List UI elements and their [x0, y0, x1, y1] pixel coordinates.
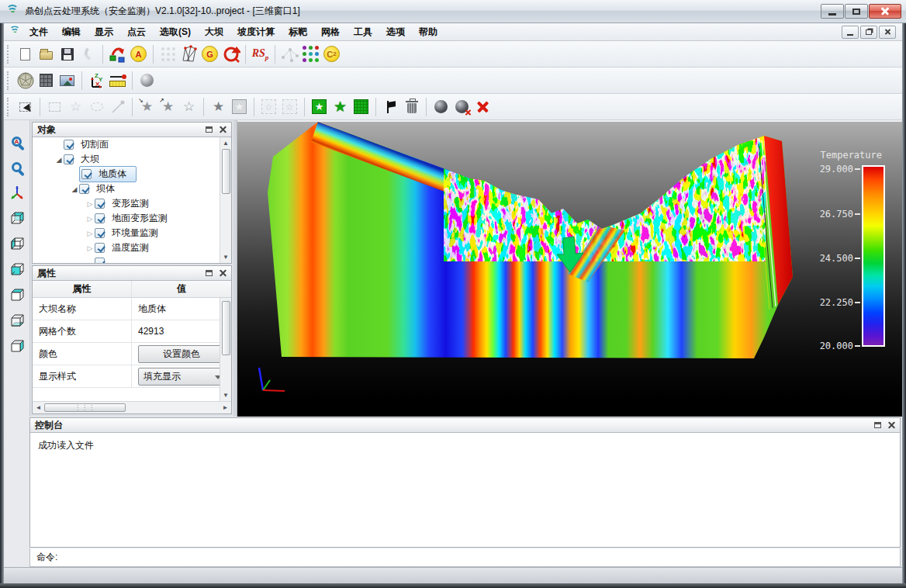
star-subtract-select-button[interactable]: ★↗	[157, 96, 178, 117]
expander-open-icon[interactable]: ◢	[70, 185, 79, 193]
registration-button[interactable]	[279, 43, 300, 64]
delete-all-button[interactable]	[472, 96, 493, 117]
expander-open-icon[interactable]: ◢	[54, 156, 64, 164]
expander-closed-icon[interactable]: ▷	[85, 244, 95, 252]
menu-options[interactable]: 选项	[379, 24, 412, 40]
menu-mesh[interactable]: 网格	[314, 24, 347, 40]
table-row[interactable]: 网格个数 42913	[33, 320, 231, 343]
tree-row-selected[interactable]: 地质体	[33, 167, 231, 182]
scroll-right-icon[interactable]: ►	[220, 402, 231, 413]
table-row[interactable]: 颜色 设置颜色	[33, 343, 231, 365]
float-panel-icon[interactable]	[206, 270, 213, 276]
green-box-star-button[interactable]: ★	[309, 96, 330, 117]
measure-button[interactable]	[107, 70, 128, 91]
checkbox[interactable]	[95, 243, 105, 253]
scroll-down-icon[interactable]: ▼	[220, 389, 232, 401]
viewport-3d[interactable]: Temperature 29.000 26.750 24.500 22.250 …	[237, 120, 902, 417]
line-select-button[interactable]	[107, 96, 128, 117]
float-panel-icon[interactable]	[206, 126, 213, 133]
transform-button[interactable]	[107, 43, 128, 64]
checkbox[interactable]	[64, 154, 74, 164]
expander-closed-icon[interactable]: ▷	[85, 200, 95, 208]
tree-scrollbar[interactable]: ▲ ▼	[220, 137, 231, 263]
view-left-button[interactable]	[7, 233, 27, 254]
expander-closed-icon[interactable]: ▷	[85, 215, 95, 223]
checkbox[interactable]	[95, 228, 105, 238]
sphere-fit-button[interactable]	[137, 70, 157, 91]
toolbar-grip[interactable]	[7, 45, 12, 64]
checkbox[interactable]	[95, 213, 105, 223]
expander-closed-icon[interactable]: ▷	[85, 230, 95, 237]
menu-select[interactable]: 选取(S)	[153, 24, 198, 40]
color-grid-button[interactable]	[300, 43, 321, 64]
image-view-button[interactable]	[57, 70, 78, 91]
close-panel-icon[interactable]	[219, 269, 226, 277]
scroll-down-icon[interactable]: ▼	[220, 251, 232, 263]
sphere-dark-button[interactable]	[431, 96, 451, 117]
close-panel-icon[interactable]	[887, 421, 895, 429]
checkbox[interactable]	[79, 184, 89, 194]
zoom-button[interactable]	[7, 157, 27, 177]
menu-target[interactable]: 标靶	[282, 24, 314, 40]
g-button[interactable]: G	[199, 43, 220, 64]
window-maximize-button[interactable]	[845, 4, 868, 19]
table-row[interactable]: 显示样式 填充显示	[33, 365, 231, 388]
box-star-2-button[interactable]: ☆	[279, 96, 300, 117]
mdi-minimize-button[interactable]	[842, 26, 859, 39]
pick-select-button[interactable]	[15, 96, 36, 117]
green-star-button[interactable]: ★	[330, 96, 351, 117]
menu-tools[interactable]: 工具	[347, 24, 379, 40]
mdi-restore-button[interactable]	[860, 26, 877, 39]
open-file-button[interactable]	[36, 43, 57, 64]
scroll-thumb[interactable]: ⋮⋮⋮	[44, 403, 126, 412]
wireframe-button[interactable]	[178, 43, 199, 64]
scroll-thumb[interactable]	[222, 301, 230, 355]
table-row[interactable]: 大坝名称 地质体	[33, 298, 231, 320]
tree-row[interactable]: ▷变形监测	[33, 196, 231, 211]
tree-row[interactable]: ◢坝体	[33, 182, 231, 196]
flag-button[interactable]	[380, 96, 401, 117]
zoom-fit-button[interactable]: A	[7, 131, 27, 151]
tool-button[interactable]	[78, 43, 99, 64]
polygon-select-button[interactable]: ☆	[65, 96, 86, 117]
rsp-button[interactable]: RSp	[250, 43, 271, 64]
mdi-close-button[interactable]	[879, 26, 896, 39]
float-panel-icon[interactable]	[874, 422, 881, 428]
save-button[interactable]	[57, 43, 78, 64]
grid-view-button[interactable]	[36, 70, 57, 91]
command-input[interactable]: 命令:	[29, 548, 901, 567]
console-output[interactable]: 成功读入文件	[30, 433, 900, 547]
tree-row[interactable]: ▷地面变形监测	[33, 211, 231, 226]
axis-triad-button[interactable]	[7, 182, 27, 202]
star-frame-button[interactable]: ★	[229, 96, 250, 117]
annotation-a-button[interactable]: A	[128, 43, 149, 64]
lasso-select-button[interactable]	[86, 96, 107, 117]
window-close-button[interactable]	[869, 4, 901, 19]
menu-display[interactable]: 显示	[88, 24, 120, 40]
checkbox[interactable]	[95, 258, 105, 263]
menu-file[interactable]: 文件	[22, 24, 55, 40]
sphere-delete-button[interactable]	[451, 96, 472, 117]
set-color-button[interactable]: 设置颜色	[138, 345, 225, 363]
scroll-thumb[interactable]	[222, 149, 230, 194]
star-invert-select-button[interactable]: ☆	[178, 96, 199, 117]
tree-row[interactable]: ▷温度监测	[33, 240, 231, 255]
toolbar-grip[interactable]	[7, 98, 12, 116]
checkbox[interactable]	[64, 140, 74, 150]
view-bottom-button[interactable]	[7, 310, 27, 330]
properties-scrollbar[interactable]: ▼	[220, 298, 231, 401]
menu-pointcloud[interactable]: 点云	[120, 24, 153, 40]
star-solid-button[interactable]: ★	[208, 96, 229, 117]
axes-button[interactable]: Z Y X	[86, 70, 107, 91]
view-front-button[interactable]	[7, 259, 27, 279]
display-style-dropdown[interactable]: 填充显示	[138, 368, 225, 386]
delete-button[interactable]	[401, 96, 422, 117]
view-top-button[interactable]	[7, 285, 27, 305]
tree-row[interactable]: ◢大坝	[33, 152, 231, 167]
scroll-up-icon[interactable]: ▲	[220, 137, 232, 149]
rect-select-button[interactable]	[44, 96, 65, 117]
scroll-left-icon[interactable]: ◄	[33, 402, 44, 413]
new-file-button[interactable]	[15, 43, 36, 64]
menu-help[interactable]: 帮助	[412, 24, 444, 40]
pointcloud-button[interactable]	[157, 43, 178, 64]
